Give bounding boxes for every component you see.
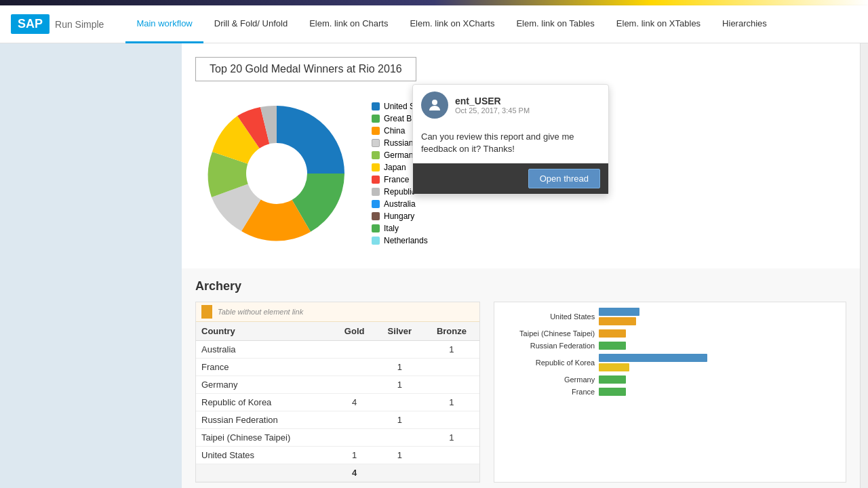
row-bronze: 1 (424, 341, 480, 359)
legend-label-au: Australia (384, 199, 416, 209)
scrollbar[interactable] (860, 43, 868, 488)
tab-hierarchies[interactable]: Hierarchies (711, 5, 778, 43)
archery-bar-chart: United States Taipei (Chinese Taipei) (494, 302, 846, 483)
bar-label-us: United States (500, 312, 595, 321)
col-gold: Gold (333, 322, 376, 341)
bar-group-kr (599, 354, 707, 371)
bar-group-fr (599, 388, 626, 396)
row-country: France (196, 359, 333, 376)
legend-item-nl: Netherlands (372, 236, 454, 245)
row-bronze (424, 411, 480, 429)
row-country: Russian Federation (196, 411, 333, 429)
row-country: Australia (196, 341, 333, 359)
table-hint-text: Table without element link (218, 308, 303, 316)
bar-row-de: Germany (500, 375, 840, 384)
bar-row-fr: France (500, 388, 840, 396)
legend-label-it: Italy (384, 224, 399, 233)
svg-point-0 (246, 143, 307, 204)
tab-elem-link-xtables[interactable]: Elem. link on XTables (606, 5, 711, 43)
bar-group-tp (599, 329, 626, 338)
legend-label-jp: Japan (384, 163, 406, 172)
legend-color-gb (372, 115, 380, 123)
legend-color-kr (372, 188, 380, 196)
header: SAP Run Simple Main workflow Drill & Fol… (0, 5, 868, 43)
legend-color-nl (372, 237, 380, 245)
left-sidebar (0, 43, 182, 488)
open-thread-button[interactable]: Open thread (528, 169, 600, 188)
table-row: Australia 1 (196, 341, 479, 359)
total-gold: 4 (333, 464, 376, 482)
tab-elem-link-tables[interactable]: Elem. link on Tables (505, 5, 605, 43)
bar-group-de (599, 375, 626, 384)
legend-label-cn: China (384, 126, 405, 136)
tab-elem-link-charts[interactable]: Elem. link on Charts (298, 5, 399, 43)
bar-row-us: United States (500, 308, 840, 325)
legend-color-jp (372, 163, 380, 171)
tab-main-workflow[interactable]: Main workflow (125, 5, 203, 43)
legend-color-it (372, 224, 380, 232)
bar-silver-fr (599, 388, 626, 396)
bar-silver-ru (599, 342, 626, 350)
legend-color-de (372, 151, 380, 159)
archery-section: Archery Table without element link Count… (182, 268, 860, 488)
table-bar-container: Table without element link Country Gold … (195, 302, 846, 483)
row-gold (333, 429, 376, 447)
legend-item-it: Italy (372, 224, 454, 233)
bar-label-tp: Taipei (Chinese Taipei) (500, 329, 595, 338)
bar-gold-us (599, 317, 636, 325)
row-bronze: 1 (424, 429, 480, 447)
content-area: Top 20 Gold Medal Winners at Rio 2016 (182, 43, 860, 488)
popup-username: ent_USER (455, 96, 530, 106)
legend-item-au: Australia (372, 199, 454, 209)
bar-row-tp: Taipei (Chinese Taipei) (500, 329, 840, 338)
bar-silver-us (599, 308, 639, 316)
comment-popup: ent_USER Oct 25, 2017, 3:45 PM Can you r… (412, 84, 609, 195)
run-simple-tagline: Run Simple (55, 19, 104, 30)
row-bronze (424, 376, 480, 394)
popup-message: Can you review this report and give me f… (413, 125, 608, 163)
legend-label-fr: France (384, 175, 409, 184)
table-row: Taipei (Chinese Taipei) 1 (196, 429, 479, 447)
legend-label-hu: Hungary (384, 211, 414, 221)
archery-table-area: Table without element link Country Gold … (195, 302, 480, 483)
table-row: Germany 1 (196, 376, 479, 394)
bar-label-fr: France (500, 388, 595, 396)
row-country: Taipei (Chinese Taipei) (196, 429, 333, 447)
table-row: United States 1 1 (196, 447, 479, 464)
total-silver (376, 464, 424, 482)
row-silver: 1 (376, 376, 424, 394)
row-silver: 1 (376, 411, 424, 429)
row-gold (333, 359, 376, 376)
table-row: Republic of Korea 4 1 (196, 394, 479, 411)
legend-color-us (372, 102, 380, 110)
table-row: France 1 (196, 359, 479, 376)
row-silver (376, 429, 424, 447)
legend-label-nl: Netherlands (384, 236, 428, 245)
bar-bronze-kr (599, 363, 629, 371)
col-bronze: Bronze (424, 322, 480, 341)
archery-title: Archery (195, 279, 846, 293)
row-country: Germany (196, 376, 333, 394)
popup-user-info: ent_USER Oct 25, 2017, 3:45 PM (455, 96, 530, 115)
row-silver (376, 341, 424, 359)
row-gold: 1 (333, 447, 376, 464)
legend-color-cn (372, 127, 380, 135)
bar-silver-de (599, 375, 626, 384)
bar-label-de: Germany (500, 375, 595, 384)
tab-elem-link-xcharts[interactable]: Elem. link on XCharts (399, 5, 505, 43)
total-bronze (424, 464, 480, 482)
row-silver: 1 (376, 447, 424, 464)
col-silver: Silver (376, 322, 424, 341)
table-total-row: 4 (196, 464, 479, 482)
row-bronze (424, 447, 480, 464)
row-gold: 4 (333, 394, 376, 411)
bar-row-ru: Russian Federation (500, 342, 840, 350)
table-hint: Table without element link (196, 302, 479, 322)
bar-gold-kr (599, 354, 707, 362)
legend-item-hu: Hungary (372, 211, 454, 221)
bar-label-ru: Russian Federation (500, 342, 595, 350)
tab-drill-fold[interactable]: Drill & Fold/ Unfold (203, 5, 298, 43)
popup-header: ent_USER Oct 25, 2017, 3:45 PM (413, 85, 608, 125)
popup-footer: Open thread (413, 163, 608, 194)
row-country: Republic of Korea (196, 394, 333, 411)
